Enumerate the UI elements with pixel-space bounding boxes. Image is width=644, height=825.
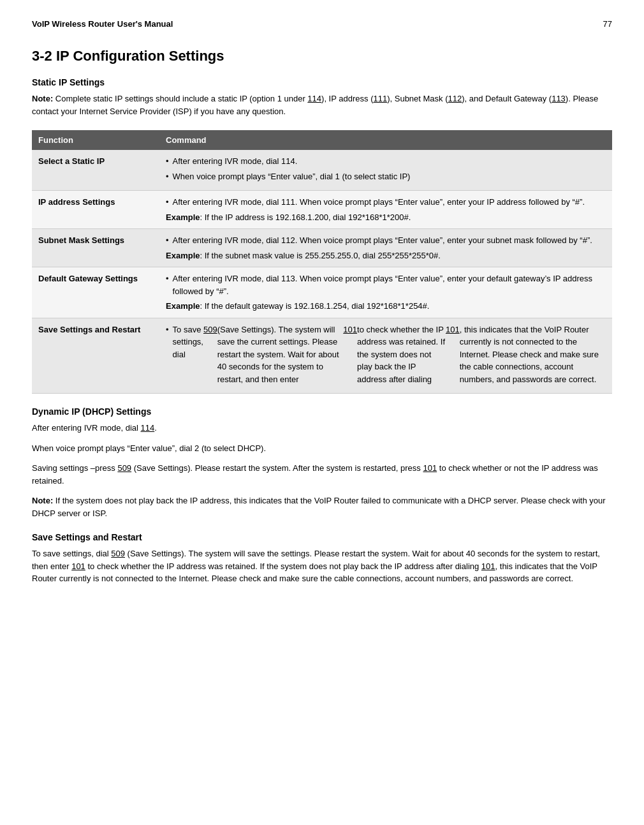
dhcp-para1: After entering IVR mode, dial 114. xyxy=(32,422,612,435)
command-cell: After entering IVR mode, dial 114. When … xyxy=(159,150,612,191)
col-command: Command xyxy=(159,130,612,150)
bullet-item: After entering IVR mode, dial 112. When … xyxy=(166,234,606,247)
save-restart-subtitle: Save Settings and Restart xyxy=(32,532,612,542)
bullet-item: When voice prompt plays “Enter value”, d… xyxy=(166,170,606,183)
example-text: Example: If the default gateway is 192.1… xyxy=(166,300,606,313)
note-label: Note: Complete static IP settings should… xyxy=(32,94,598,116)
command-cell: After entering IVR mode, dial 113. When … xyxy=(159,267,612,318)
static-ip-block: Static IP Settings Note: Complete static… xyxy=(32,77,612,117)
bullet-item: After entering IVR mode, dial 111. When … xyxy=(166,196,606,209)
function-cell: IP address Settings xyxy=(32,191,159,229)
static-ip-note: Note: Complete static IP settings should… xyxy=(32,93,612,117)
section-title: 3-2 IP Configuration Settings xyxy=(32,48,612,64)
col-function: Function xyxy=(32,130,159,150)
dynamic-ip-block: Dynamic IP (DHCP) Settings After enterin… xyxy=(32,406,612,519)
function-cell: Default Gateway Settings xyxy=(32,267,159,318)
table-row: Subnet Mask Settings After entering IVR … xyxy=(32,229,612,267)
function-cell: Save Settings and Restart xyxy=(32,318,159,394)
command-cell: To save settings, dial 509 (Save Setting… xyxy=(159,318,612,394)
dhcp-note: Note: If the system does not play back t… xyxy=(32,494,612,519)
page-header: VoIP Wireless Router User's Manual 77 xyxy=(32,19,612,29)
dhcp-para3: Saving settings –press 509 (Save Setting… xyxy=(32,462,612,487)
command-cell: After entering IVR mode, dial 111. When … xyxy=(159,191,612,229)
table-row: Save Settings and Restart To save settin… xyxy=(32,318,612,394)
save-restart-block: Save Settings and Restart To save settin… xyxy=(32,532,612,585)
ip-config-table: Function Command Select a Static IP Afte… xyxy=(32,130,612,394)
bullet-item: After entering IVR mode, dial 113. When … xyxy=(166,272,606,297)
manual-title: VoIP Wireless Router User's Manual xyxy=(32,19,173,29)
command-cell: After entering IVR mode, dial 112. When … xyxy=(159,229,612,267)
function-cell: Select a Static IP xyxy=(32,150,159,191)
table-row: Select a Static IP After entering IVR mo… xyxy=(32,150,612,191)
save-restart-para: To save settings, dial 509 (Save Setting… xyxy=(32,547,612,585)
dhcp-para2: When voice prompt plays “Enter value”, d… xyxy=(32,442,612,455)
function-cell: Subnet Mask Settings xyxy=(32,229,159,267)
table-row: Default Gateway Settings After entering … xyxy=(32,267,612,318)
table-header-row: Function Command xyxy=(32,130,612,150)
dynamic-ip-subtitle: Dynamic IP (DHCP) Settings xyxy=(32,406,612,417)
example-text: Example: If the subnet mask value is 255… xyxy=(166,249,606,262)
page-number: 77 xyxy=(603,19,612,29)
example-text: Example: If the IP address is 192.168.1.… xyxy=(166,211,606,224)
bullet-item: To save settings, dial 509 (Save Setting… xyxy=(166,323,606,386)
bullet-item: After entering IVR mode, dial 114. xyxy=(166,155,606,168)
table-row: IP address Settings After entering IVR m… xyxy=(32,191,612,229)
static-ip-subtitle: Static IP Settings xyxy=(32,77,612,87)
